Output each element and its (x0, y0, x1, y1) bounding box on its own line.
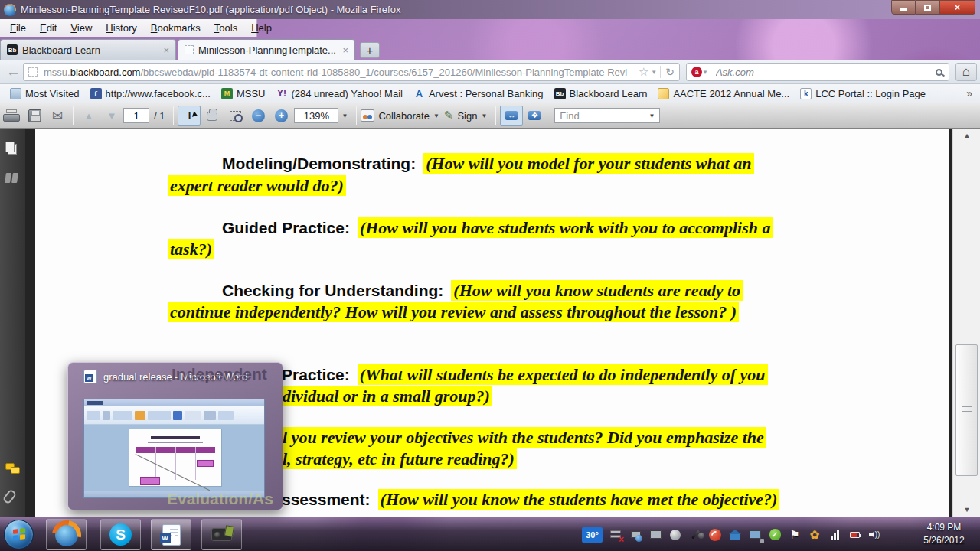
close-button[interactable]: × (940, 0, 975, 15)
url-bar[interactable]: mssu.blackboard.com/bbcswebdav/pid-11835… (23, 63, 680, 81)
menu-bookmarks[interactable]: Bookmarks (144, 21, 207, 35)
remote-session-icon[interactable] (629, 528, 642, 542)
menu-tools[interactable]: Tools (207, 21, 244, 35)
volume-icon[interactable]: )) (867, 528, 881, 542)
menu-edit[interactable]: Edit (33, 21, 64, 35)
pushpin-icon[interactable] (688, 528, 702, 542)
bookmarks-panel-icon[interactable] (5, 173, 19, 184)
bookmarks-overflow-chevron[interactable]: » (966, 87, 975, 99)
lcc-icon: k (800, 88, 812, 99)
select-tool-button[interactable]: I (178, 106, 201, 126)
email-button[interactable]: ✉ (46, 106, 69, 126)
marquee-zoom-icon (230, 111, 241, 121)
page-thumbnails-icon[interactable] (5, 142, 18, 155)
envelope-icon: ✉ (52, 108, 63, 124)
display-settings-icon[interactable] (648, 528, 662, 542)
start-button[interactable] (4, 520, 34, 549)
site-identity-icon[interactable] (28, 67, 38, 77)
menu-help[interactable]: Help (244, 21, 279, 35)
find-input[interactable] (555, 110, 647, 122)
bookmark-lcc-portal[interactable]: kLCC Portal :: Login Page (795, 88, 931, 99)
battery-status-icon[interactable] (848, 528, 861, 542)
system-tray: 30° ✓ ⚑ ✿ )) (582, 517, 881, 551)
bookmark-yahoo-mail[interactable]: Y!(284 unread) Yahoo! Mail (270, 88, 408, 99)
bookmark-most-visited[interactable]: Most Visited (5, 88, 85, 99)
facebook-icon: f (90, 88, 102, 99)
previous-page-button[interactable]: ▲ (77, 106, 100, 126)
taskbar-firefox-button[interactable] (46, 519, 87, 550)
search-bar[interactable]: a ▼ (686, 63, 949, 81)
homegroup-icon[interactable] (728, 528, 742, 542)
minimize-button[interactable] (891, 0, 916, 15)
vertical-scrollbar[interactable]: ▲ ▼ (952, 129, 980, 517)
taskbar-clock[interactable]: 4:09 PM 5/26/2012 (911, 521, 977, 547)
taskbar-skype-button[interactable]: S (100, 519, 141, 550)
page-number-input[interactable] (123, 108, 149, 123)
bookmark-arvest[interactable]: AArvest : Personal Banking (408, 88, 549, 99)
find-field[interactable]: ▼ (554, 108, 660, 123)
word-window-thumbnail[interactable] (83, 399, 265, 498)
comments-panel-icon[interactable] (5, 463, 21, 475)
word-ribbon-thumbnail (84, 406, 264, 425)
zoom-out-button[interactable]: − (247, 106, 270, 126)
pdf-text-line: ssessment:(How will you know the student… (282, 489, 779, 512)
taskbar-camcorder-button[interactable] (201, 519, 242, 550)
menu-history[interactable]: History (99, 21, 143, 35)
search-input[interactable] (716, 67, 936, 78)
restore-button[interactable] (916, 0, 940, 15)
hand-tool-button[interactable] (201, 106, 224, 126)
menu-file[interactable]: File (3, 21, 33, 35)
tab-pdf-document[interactable]: Minilesson-PlanningTemplate... × (178, 39, 355, 60)
bookmark-blackboard[interactable]: BbBlackboard Learn (549, 88, 653, 99)
chevron-down-icon[interactable]: ▼ (341, 112, 348, 119)
new-tab-button[interactable]: + (360, 42, 380, 58)
marquee-zoom-button[interactable] (224, 106, 247, 126)
antivirus-icon[interactable] (708, 528, 722, 542)
bookmark-star-icon[interactable]: ☆ (639, 65, 648, 79)
grey-ball-icon[interactable] (668, 528, 682, 542)
document-favicon (185, 45, 194, 54)
full-screen-button[interactable]: ✥ (523, 106, 546, 126)
save-button[interactable] (23, 106, 46, 126)
ask-search-engine-icon[interactable]: a (691, 67, 702, 77)
tab-close-icon[interactable]: × (342, 44, 348, 56)
fit-width-button[interactable]: ↔ (500, 106, 523, 126)
reload-icon[interactable]: ↻ (660, 66, 675, 78)
menu-view[interactable]: View (64, 21, 99, 35)
scroll-down-arrow[interactable]: ▼ (953, 503, 980, 517)
sign-button[interactable]: ✎ Sign ▼ (444, 106, 492, 126)
action-center-flag-icon[interactable]: ⚑ (788, 528, 802, 542)
scroll-up-arrow[interactable]: ▲ (953, 129, 980, 142)
tab-close-icon[interactable]: × (163, 44, 169, 56)
server-error-icon[interactable] (609, 528, 622, 542)
obscured-text-fragment: Evaluation/As (167, 490, 273, 508)
zoom-in-button[interactable]: + (270, 106, 292, 126)
bookmark-mssu[interactable]: MMSSU (216, 88, 271, 99)
chevron-down-icon[interactable]: ▼ (651, 69, 657, 76)
chevron-down-icon[interactable]: ▼ (648, 112, 655, 119)
search-icon[interactable] (936, 69, 942, 76)
chevron-down-icon[interactable]: ▼ (702, 69, 708, 76)
tab-blackboard-learn[interactable]: Bb Blackboard Learn × (0, 39, 176, 60)
bookmark-facebook[interactable]: fhttp://www.facebook.c... (85, 88, 216, 99)
window-title: Minilesson-PlanningTemplate RevisedF10.p… (21, 4, 400, 15)
next-page-button[interactable]: ▼ (100, 106, 123, 126)
zoom-level-field[interactable]: 139% (294, 108, 338, 123)
window-titlebar[interactable]: Minilesson-PlanningTemplate RevisedF10.p… (0, 0, 980, 19)
network-status-icon[interactable] (748, 528, 762, 542)
arvest-icon: A (413, 88, 425, 99)
home-button[interactable]: ⌂ (956, 63, 977, 81)
attachments-paperclip-icon[interactable] (2, 489, 18, 505)
zoom-in-icon: + (275, 109, 288, 122)
signal-strength-icon[interactable] (828, 528, 841, 542)
word-thumbnail-preview[interactable]: gradual release - Microsoft Word (67, 362, 283, 510)
taskbar-word-button[interactable]: W (151, 519, 191, 550)
security-ok-icon[interactable]: ✓ (768, 528, 782, 542)
collaborate-button[interactable]: Collaborate ▼ (361, 106, 443, 126)
weather-temperature-badge[interactable]: 30° (582, 527, 603, 543)
scrollbar-thumb[interactable] (956, 344, 978, 476)
back-button[interactable]: ← (6, 64, 21, 80)
bookmark-aacte[interactable]: AACTE 2012 Annual Me... (652, 88, 795, 99)
picasa-flower-icon[interactable]: ✿ (808, 528, 822, 542)
print-button[interactable] (0, 106, 23, 126)
